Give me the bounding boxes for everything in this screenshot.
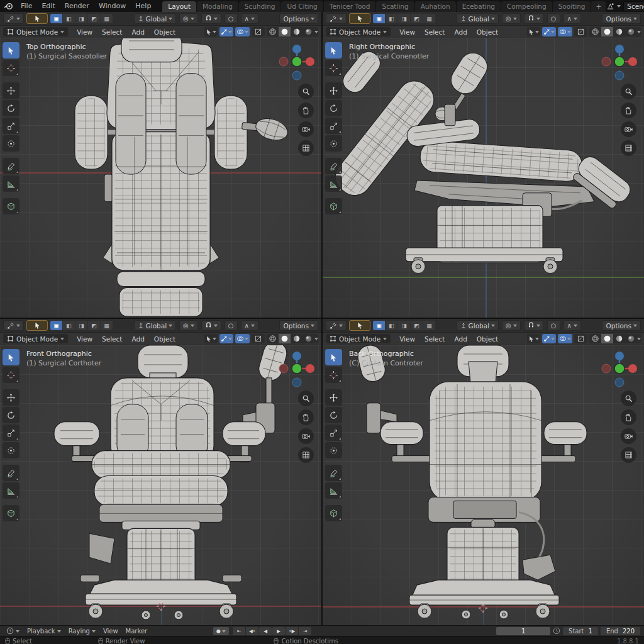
navigation-gizmo[interactable] [276,41,318,82]
options-dropdown[interactable]: Options [279,320,318,331]
tab-uv-editing[interactable]: Ud Citing [281,1,323,12]
tool-measure[interactable] [325,482,342,499]
shading-rendered-button[interactable] [625,27,637,36]
transform-orientation-dropdown[interactable]: Global [457,13,499,24]
selectability-filter-dropdown[interactable] [204,27,218,36]
tab-scripting[interactable]: Sooiting [553,1,591,12]
auto-keying-button[interactable]: ● [213,627,229,635]
tool-cursor[interactable] [3,367,19,383]
pivot-point-dropdown[interactable]: ◎ [502,13,521,24]
camera-view-icon[interactable] [298,428,314,444]
tool-cursor[interactable] [325,367,342,383]
selectability-filter-dropdown[interactable] [527,334,540,343]
proportional-editing-toggle[interactable]: ○ [547,13,560,24]
proportional-editing-toggle[interactable]: ○ [547,320,560,331]
tool-transform[interactable] [3,135,19,152]
tool-cursor[interactable] [325,60,342,76]
add-menu[interactable]: Add [450,28,471,36]
selectability-filter-dropdown[interactable] [204,334,218,343]
chevron-down-icon[interactable] [314,338,318,342]
select-mode-subtract[interactable]: ◨ [398,321,410,330]
perspective-grid-icon[interactable] [621,447,636,463]
select-mode-subtract[interactable]: ◨ [75,14,87,23]
play-button[interactable]: ▶ [272,627,285,635]
selectability-filter-dropdown[interactable] [527,27,540,36]
tool-add-cube[interactable] [325,505,342,521]
falloff-dropdown[interactable]: ∧ [241,13,258,24]
tool-menu-button[interactable] [326,320,347,331]
tab-sculpting[interactable]: Scuhding [239,1,281,12]
shading-rendered-button[interactable] [303,334,314,343]
tool-measure[interactable] [3,482,19,499]
select-mode-invert[interactable]: ◩ [88,321,100,330]
zoom-icon[interactable] [298,84,314,99]
select-mode-extend[interactable]: ◧ [386,14,397,23]
object-menu[interactable]: Object [150,28,180,36]
shading-material-button[interactable] [291,27,303,36]
select-mode-set[interactable]: ▣ [373,14,385,23]
tool-select-box[interactable] [3,349,19,365]
tool-select-box[interactable] [3,42,19,58]
select-mode-intersect[interactable]: ▦ [423,321,435,330]
menu-edit[interactable]: Edit [37,1,59,11]
gizmos-toggle[interactable] [219,334,233,343]
snap-toggle[interactable] [524,320,544,331]
select-mode-intersect[interactable]: ▦ [101,14,113,23]
tab-geometry[interactable]: Ecebating [457,1,501,12]
tab-shading[interactable]: Scatling [376,1,414,12]
xray-toggle[interactable] [252,27,265,36]
select-menu[interactable]: Select [420,335,449,343]
shading-material-button[interactable] [613,334,625,343]
shading-solid-button[interactable] [279,334,291,343]
view-menu[interactable]: View [395,28,419,36]
tool-add-cube[interactable] [3,198,19,214]
active-tool-button[interactable] [26,13,48,24]
tool-move[interactable] [325,389,342,406]
marker-menu[interactable]: Marker [123,628,150,635]
chevron-down-icon[interactable] [617,5,621,9]
pivot-point-dropdown[interactable]: ◎ [179,320,198,331]
proportional-editing-toggle[interactable]: ○ [225,320,238,331]
transform-orientation-dropdown[interactable]: Global [134,13,177,24]
select-mode-intersect[interactable]: ▦ [423,14,435,23]
select-mode-extend[interactable]: ◧ [63,14,75,23]
tool-rotate[interactable] [325,100,342,116]
overlays-toggle[interactable] [558,27,572,36]
active-tool-button[interactable] [26,320,48,331]
select-mode-set[interactable]: ▣ [50,321,62,330]
tool-rotate[interactable] [3,100,19,116]
view-menu[interactable]: View [101,628,121,635]
next-keyframe-button[interactable]: •▶ [286,627,298,635]
gizmos-toggle[interactable] [542,27,556,36]
tool-scale[interactable] [3,425,19,441]
navigation-gizmo[interactable] [276,348,318,389]
shading-solid-button[interactable] [601,334,613,343]
jump-to-start-button[interactable]: ⇤ [233,627,245,635]
shading-solid-button[interactable] [279,27,291,36]
select-menu[interactable]: Select [97,335,126,343]
tab-layout[interactable]: Layout [162,1,196,12]
viewport-right-orthographic[interactable]: Right Orthographic (1) Surgical Conenotl… [323,38,644,318]
tab-compositing[interactable]: Compeoling [501,1,552,12]
options-dropdown[interactable]: Options [602,13,641,24]
shading-rendered-button[interactable] [625,334,637,343]
snap-toggle[interactable] [201,320,221,331]
viewport-top-orthographic[interactable]: Top Orthographic (1) Surgical Saosotolie… [0,38,321,318]
tool-select-box[interactable] [325,349,342,365]
tool-move[interactable] [3,389,19,406]
zoom-icon[interactable] [621,391,636,406]
menu-window[interactable]: Window [94,1,130,11]
pan-hand-icon[interactable] [621,103,636,118]
tool-move[interactable] [325,82,342,99]
tab-animation[interactable]: Auhation [415,1,456,12]
mode-dropdown[interactable]: Object Mode [326,334,391,343]
select-mode-set[interactable]: ▣ [50,14,62,23]
frame-end-field[interactable]: End220 [601,627,640,635]
select-mode-invert[interactable]: ◩ [411,321,423,330]
camera-view-icon[interactable] [621,121,636,137]
play-reverse-button[interactable]: ◀ [259,627,272,635]
object-menu[interactable]: Object [150,335,180,343]
select-mode-intersect[interactable]: ▦ [101,321,113,330]
pan-hand-icon[interactable] [621,409,636,425]
add-workspace-button[interactable]: + [591,1,606,12]
